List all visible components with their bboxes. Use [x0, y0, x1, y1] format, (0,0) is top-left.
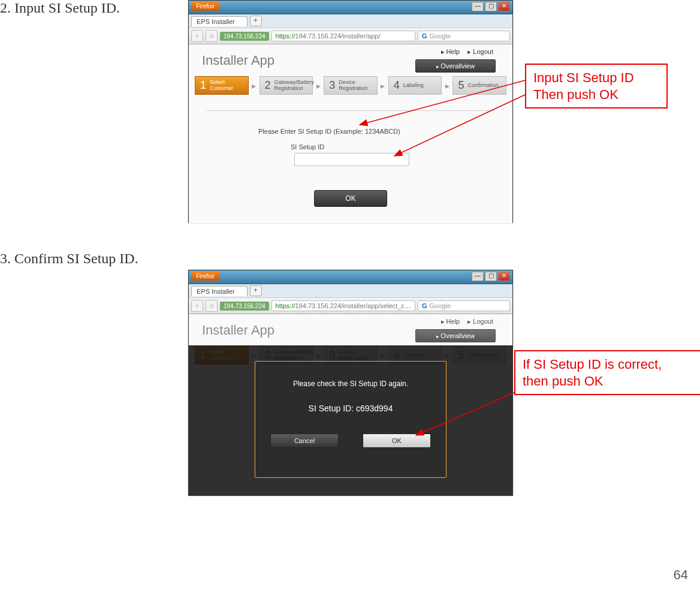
- wizard-step-4[interactable]: 4 Labeling: [388, 76, 442, 95]
- site-identity-pill[interactable]: 184.73.156.224: [220, 32, 269, 41]
- wizard-step-5-label: Confirmation: [467, 83, 498, 89]
- browser-tab[interactable]: EPS Installer: [191, 16, 248, 26]
- screenshot-1: Firefox — ▢ ✕ EPS Installer + ‹ ⌂ 184.73…: [188, 0, 513, 223]
- wizard-step-bar: 1 Select Customer ▸ 2 Gateway/Battery Re…: [189, 76, 512, 101]
- help-link[interactable]: ▸ Help: [441, 48, 460, 55]
- window-close-button[interactable]: ✕: [498, 2, 510, 11]
- browser-tab-bar: EPS Installer +: [189, 14, 512, 28]
- confirm-modal-value: SI Setup ID: c693d994: [255, 404, 446, 413]
- browser-address-bar: ‹ ⌂ 184.73.156.224 https://184.73.156.22…: [189, 297, 512, 314]
- chevron-right-icon: ▸: [313, 76, 324, 95]
- annotation-callout-1: Input SI Setup ID Then push OK: [525, 64, 668, 109]
- wizard-step-1-label: Select Customer: [210, 80, 246, 92]
- chevron-right-icon: ▸: [249, 76, 260, 95]
- confirm-modal: Please check the SI Setup ID again. SI S…: [255, 361, 446, 478]
- wizard-step-5[interactable]: 5 Confirmation: [452, 76, 506, 95]
- new-tab-button[interactable]: +: [250, 16, 262, 26]
- search-placeholder: Google: [430, 302, 451, 309]
- wizard-step-3[interactable]: 3 Device Registration: [324, 76, 378, 95]
- url-rest: 184.73.156.224/installer/app/: [295, 32, 381, 40]
- nav-home-button[interactable]: ⌂: [206, 30, 218, 42]
- url-field[interactable]: https://184.73.156.224/installer/app/: [271, 31, 415, 41]
- annotation-callout-2-line1: If SI Setup ID is correct,: [523, 356, 694, 373]
- ok-button[interactable]: OK: [363, 434, 431, 448]
- app-title: Installer App: [197, 321, 274, 343]
- window-titlebar: Firefox — ▢ ✕: [189, 270, 512, 284]
- wizard-step-5-num: 5: [458, 79, 464, 92]
- si-setup-id-input[interactable]: [294, 153, 409, 166]
- wizard-step-1-num: 1: [200, 79, 206, 92]
- nav-home-button[interactable]: ⌂: [206, 300, 218, 312]
- header-links: ▸ Help ▸ Logout: [415, 318, 504, 328]
- window-maximize-button[interactable]: ▢: [485, 272, 497, 281]
- app-header: Installer App ▸ Help ▸ Logout Overallvie…: [189, 44, 512, 101]
- nav-back-button[interactable]: ‹: [191, 30, 203, 42]
- wizard-step-4-num: 4: [394, 79, 400, 92]
- url-rest: 184.73.156.224/installer/app/select_cust…: [295, 302, 415, 309]
- overallview-button[interactable]: Overallview: [415, 59, 496, 73]
- window-minimize-button[interactable]: —: [472, 2, 484, 11]
- ok-button[interactable]: OK: [314, 190, 387, 207]
- wizard-step-1[interactable]: 1 Select Customer: [195, 76, 249, 95]
- annotation-callout-2: If SI Setup ID is correct, then push OK: [514, 350, 700, 395]
- cancel-button[interactable]: Cancel: [270, 434, 339, 448]
- help-link[interactable]: ▸ Help: [441, 318, 460, 325]
- new-tab-button[interactable]: +: [250, 285, 262, 296]
- search-field[interactable]: G Google: [418, 300, 510, 311]
- si-setup-id-label: SI Setup ID: [291, 143, 324, 150]
- divider: [207, 110, 494, 111]
- firefox-menu-button[interactable]: Firefox: [191, 272, 219, 281]
- search-placeholder: Google: [430, 32, 451, 40]
- logout-link[interactable]: ▸ Logout: [467, 48, 493, 55]
- browser-tab[interactable]: EPS Installer: [191, 286, 248, 296]
- screenshot-2: Firefox — ▢ ✕ EPS Installer + ‹ ⌂ 184.73…: [188, 270, 513, 496]
- browser-tab-bar: EPS Installer +: [189, 284, 512, 297]
- window-titlebar: Firefox — ▢ ✕: [189, 1, 512, 14]
- wizard-step-3-num: 3: [329, 79, 335, 92]
- doc-step3-heading: 3. Confirm SI Setup ID.: [0, 251, 138, 267]
- doc-step2-heading: 2. Input SI Setup ID.: [0, 0, 120, 16]
- annotation-callout-2-line2: then push OK: [523, 373, 694, 390]
- url-field[interactable]: https://184.73.156.224/installer/app/sel…: [271, 300, 415, 311]
- wizard-step-4-label: Labeling: [403, 83, 424, 89]
- url-scheme: https://: [276, 32, 295, 40]
- nav-back-button[interactable]: ‹: [191, 300, 203, 312]
- browser-address-bar: ‹ ⌂ 184.73.156.224 https://184.73.156.22…: [189, 28, 512, 44]
- google-icon: G: [422, 302, 427, 309]
- chevron-right-icon: ▸: [442, 76, 452, 95]
- window-maximize-button[interactable]: ▢: [485, 2, 497, 11]
- logout-link[interactable]: ▸ Logout: [467, 318, 493, 325]
- annotation-callout-1-line2: Then push OK: [533, 86, 659, 103]
- annotation-callout-1-line1: Input SI Setup ID: [533, 70, 659, 86]
- chevron-right-icon: ▸: [378, 76, 388, 95]
- search-field[interactable]: G Google: [418, 31, 510, 41]
- wizard-step-3-label: Device Registration: [339, 80, 375, 92]
- header-links: ▸ Help ▸ Logout: [415, 48, 504, 58]
- si-setup-prompt: Please Enter SI Setup ID (Example: 1234A…: [258, 128, 512, 135]
- window-close-button[interactable]: ✕: [498, 272, 510, 281]
- wizard-step-2-label: Gateway/Battery Registration: [274, 80, 315, 92]
- window-minimize-button[interactable]: —: [472, 272, 484, 281]
- wizard-step-2[interactable]: 2 Gateway/Battery Registration: [260, 76, 313, 95]
- site-identity-pill[interactable]: 184.73.156.224: [220, 302, 269, 311]
- app-title: Installer App: [197, 52, 274, 73]
- window-controls: — ▢ ✕: [472, 2, 510, 11]
- firefox-menu-button[interactable]: Firefox: [191, 2, 219, 11]
- confirm-modal-prompt: Please check the SI Setup ID again.: [255, 380, 446, 388]
- url-scheme: https://: [276, 302, 295, 309]
- overallview-button[interactable]: Overallview: [415, 329, 496, 342]
- wizard-step-2-num: 2: [265, 79, 271, 92]
- window-controls: — ▢ ✕: [472, 272, 510, 281]
- page-number: 64: [674, 567, 688, 583]
- google-icon: G: [422, 32, 427, 40]
